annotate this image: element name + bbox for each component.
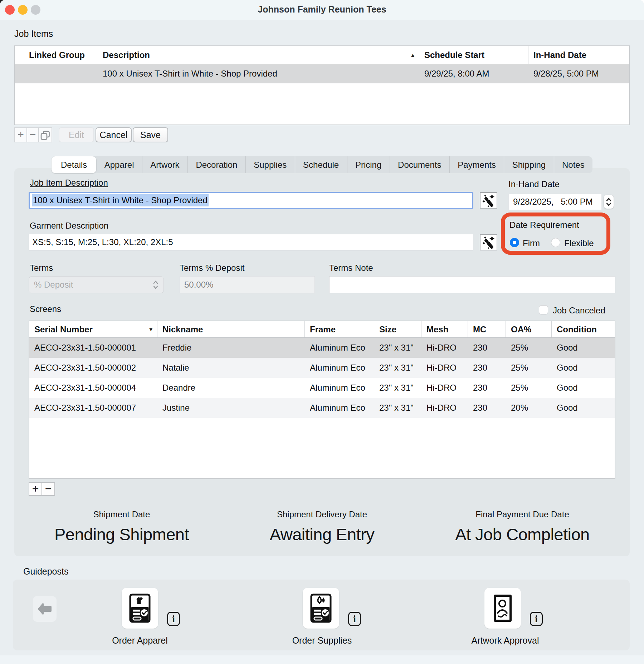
autofill-wand-button[interactable] [480,192,497,209]
stepper-down-icon [606,202,611,206]
order-supplies-label: Order Supplies [268,635,376,646]
window-bottom-margin [0,655,644,664]
shipment-delivery-date-value: Awaiting Entry [229,524,415,544]
column-header-mc[interactable]: MC [468,321,506,337]
in-hand-date-value: 9/28/2025, [513,197,553,207]
sort-ascending-icon: ▲ [410,47,419,64]
table-row[interactable]: AECO-23x31-1.50-000001 Freddie Aluminum … [29,338,615,358]
in-hand-time-value: 5:00 PM [561,197,592,207]
radio-firm[interactable] [510,238,519,247]
guideposts-section-label: Guideposts [23,566,68,577]
order-apparel-label: Order Apparel [86,635,194,646]
table-row[interactable]: AECO-23x31-1.50-000007 Justine Aluminum … [29,398,615,418]
shipment-delivery-date-label: Shipment Delivery Date [229,509,415,519]
job-items-section-label: Job Items [14,29,53,39]
column-header-condition[interactable]: Condition [552,321,615,337]
job-canceled-checkbox[interactable] [539,305,548,314]
edit-button[interactable]: Edit [59,127,94,142]
final-payment-due-date-label: Final Payment Due Date [422,509,623,519]
column-header-nickname[interactable]: Nickname [157,321,305,337]
order-supplies-info-button[interactable]: i [348,612,361,626]
order-supplies-button[interactable] [303,588,339,629]
column-header-serial-number[interactable]: Serial Number ▼ [29,321,157,337]
add-screen-button[interactable]: + [29,482,42,496]
terms-deposit-label: Terms % Deposit [180,263,244,273]
shipment-date-label: Shipment Date [29,509,215,519]
sort-descending-icon: ▼ [148,326,157,332]
autofill-wand-button[interactable] [480,234,497,250]
garment-description-input[interactable]: XS:5, S:15, M:25, L:30, XL:20, 2XL:5 [29,234,473,250]
job-items-table: Linked Group Description ▲ Schedule Star… [14,45,630,125]
magic-wand-icon [481,193,496,208]
in-hand-date-label: In-Hand Date [508,179,560,189]
date-requirement-label: Date Requirement [509,220,579,230]
column-header-schedule-start[interactable]: Schedule Start [419,46,528,64]
tab-bar: Details Apparel Artwork Decoration Suppl… [52,156,592,173]
selected-text: 100 x Unisex T-Shirt in White - Shop Pro… [32,194,209,206]
cell-description: 100 x Unisex T-Shirt in White - Shop Pro… [99,64,419,83]
order-apparel-button[interactable] [122,588,158,629]
order-apparel-icon [129,594,151,623]
tab-schedule[interactable]: Schedule [295,156,347,173]
column-header-description[interactable]: Description ▲ [99,46,419,64]
final-payment-due-date-status: Final Payment Due Date At Job Completion [422,509,623,544]
duplicate-job-item-button[interactable] [38,127,52,142]
tab-payments[interactable]: Payments [449,156,504,173]
shipment-date-value: Pending Shipment [29,524,215,544]
tab-artwork[interactable]: Artwork [142,156,187,173]
terms-label: Terms [30,263,53,273]
guideposts-back-button[interactable] [33,596,57,622]
terms-select[interactable]: % Deposit [29,276,164,293]
column-header-oa[interactable]: OA% [506,321,552,337]
radio-firm-label: Firm [523,238,540,248]
app-window: Johnson Family Reunion Tees Job Items Li… [0,0,644,664]
terms-deposit-input[interactable]: 50.00% [180,276,315,293]
radio-flexible[interactable] [551,238,560,247]
cell-linked-group [15,64,99,83]
window-title: Johnson Family Reunion Tees [0,4,644,15]
in-hand-date-stepper[interactable] [604,195,614,209]
job-item-description-label: Job Item Description [30,178,108,188]
cell-in-hand-date: 9/28/25, 5:00 PM [528,64,630,83]
duplicate-icon [40,131,50,140]
screens-table-header: Serial Number ▼ Nickname Frame Size Mesh… [29,321,615,338]
tab-decoration[interactable]: Decoration [187,156,245,173]
tab-details[interactable]: Details [52,156,96,173]
column-header-size[interactable]: Size [374,321,421,337]
add-job-item-button[interactable]: + [14,127,27,142]
artwork-approval-info-button[interactable]: i [530,612,543,626]
artwork-approval-label: Artwork Approval [452,635,559,646]
tab-shipping[interactable]: Shipping [504,156,553,173]
tab-supplies[interactable]: Supplies [245,156,295,173]
column-header-mesh[interactable]: Mesh [421,321,468,337]
select-chevrons-icon [153,280,158,289]
job-items-table-header: Linked Group Description ▲ Schedule Star… [15,46,629,64]
column-header-in-hand-date[interactable]: In-Hand Date [528,46,630,64]
job-item-description-input[interactable]: 100 x Unisex T-Shirt in White - Shop Pro… [29,192,473,209]
terms-note-label: Terms Note [329,263,373,273]
table-row[interactable]: AECO-23x31-1.50-000002 Natalie Aluminum … [29,358,615,378]
final-payment-due-date-value: At Job Completion [422,524,623,544]
artwork-approval-button[interactable] [484,588,521,629]
tab-documents[interactable]: Documents [390,156,449,173]
cancel-button[interactable]: Cancel [96,127,132,142]
order-apparel-info-button[interactable]: i [167,612,180,626]
in-hand-date-input[interactable]: 9/28/2025, 5:00 PM [508,194,602,210]
table-row[interactable]: AECO-23x31-1.50-000004 Deandre Aluminum … [29,378,615,398]
tab-apparel[interactable]: Apparel [96,156,142,173]
column-header-frame[interactable]: Frame [305,321,374,337]
terms-note-input[interactable] [329,276,615,293]
back-arrow-icon [37,602,53,615]
order-supplies-icon [310,594,332,623]
column-header-linked-group[interactable]: Linked Group [15,46,99,64]
screens-section-label: Screens [30,304,61,314]
shipment-date-status: Shipment Date Pending Shipment [29,509,215,544]
remove-screen-button[interactable]: − [42,482,55,496]
save-button[interactable]: Save [133,127,168,142]
table-row[interactable]: 100 x Unisex T-Shirt in White - Shop Pro… [15,64,629,83]
shipment-delivery-date-status: Shipment Delivery Date Awaiting Entry [229,509,415,544]
tab-pricing[interactable]: Pricing [347,156,390,173]
tab-notes[interactable]: Notes [554,156,592,173]
radio-flexible-label: Flexible [564,238,594,248]
remove-job-item-button[interactable]: − [26,127,39,142]
